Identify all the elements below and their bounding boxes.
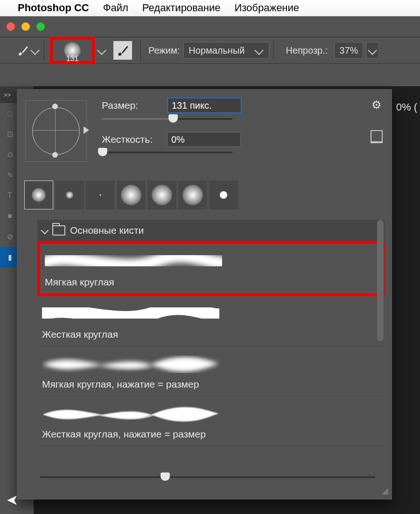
- zoom-icon[interactable]: [36, 22, 45, 31]
- brush-stroke-preview: [42, 301, 380, 326]
- blend-mode-select[interactable]: Нормальный: [183, 42, 269, 59]
- brush-stroke-preview: [45, 249, 377, 274]
- brush-item[interactable]: Жесткая круглая: [37, 296, 385, 346]
- slider-thumb[interactable]: [168, 114, 178, 123]
- hardness-slider[interactable]: [102, 152, 232, 153]
- size-label: Размер:: [102, 100, 167, 111]
- recent-brush[interactable]: [117, 181, 146, 209]
- gear-icon[interactable]: ⚙: [371, 98, 382, 111]
- chevron-down-icon[interactable]: [97, 46, 106, 55]
- blend-mode-value: Нормальный: [189, 45, 245, 56]
- brush-item-label: Мягкая круглая: [45, 277, 377, 288]
- brush-item-label: Жесткая круглая: [42, 329, 380, 340]
- hardness-input[interactable]: [167, 132, 241, 147]
- brush-panel-toggle[interactable]: [113, 41, 132, 60]
- brush-item[interactable]: Мягкая круглая: [37, 241, 385, 296]
- recent-brush[interactable]: [55, 181, 84, 209]
- brush-item-label: Мягкая круглая, нажатие = размер: [42, 379, 380, 390]
- recent-brushes: [24, 181, 385, 209]
- recent-brush[interactable]: [24, 181, 53, 209]
- divider: [273, 40, 273, 61]
- hardness-label: Жесткость:: [102, 134, 167, 145]
- brush-item-label: Жесткая круглая, нажатие = размер: [42, 429, 380, 440]
- divider: [140, 40, 141, 61]
- tool-options-bar: 131 Режим: Нормальный Непрозр.: 37%: [0, 37, 420, 64]
- brush-item[interactable]: Мягкая круглая, нажатие = размер: [37, 346, 385, 396]
- opacity-value[interactable]: 37%: [334, 42, 363, 59]
- opacity-chevron[interactable]: [366, 42, 379, 59]
- brush-size-number: 131: [53, 55, 92, 63]
- brush-list: Основные кисти Мягкая круглая Жесткая кр…: [37, 220, 385, 462]
- resize-handle-icon[interactable]: ◢: [382, 486, 388, 496]
- brush-folder-header[interactable]: Основные кисти: [37, 220, 385, 241]
- brush-stroke-preview: [42, 351, 380, 376]
- minimize-icon[interactable]: [21, 22, 30, 31]
- cursor-icon: ➤: [7, 492, 18, 508]
- brush-item[interactable]: Жесткая круглая, нажатие = размер: [37, 396, 385, 446]
- slider-thumb[interactable]: [98, 148, 107, 156]
- preview-size-slider[interactable]: [40, 476, 375, 478]
- chevron-down-icon[interactable]: [30, 46, 40, 55]
- size-input[interactable]: [167, 97, 242, 113]
- folder-label: Основные кисти: [70, 225, 144, 236]
- folder-icon: [52, 225, 65, 236]
- menu-image[interactable]: Изображение: [234, 2, 299, 14]
- brush-tool-icon[interactable]: [17, 44, 29, 56]
- window-titlebar: [0, 16, 420, 37]
- divider: [44, 40, 44, 61]
- chevron-down-icon: [41, 227, 49, 235]
- recent-brush[interactable]: [147, 181, 176, 209]
- macos-menubar: Photoshop CC Файл Редактирование Изображ…: [0, 0, 420, 16]
- brush-preset-panel: Размер: Жесткость: ⚙: [17, 89, 392, 500]
- menu-file[interactable]: Файл: [103, 2, 128, 14]
- scrollbar[interactable]: [377, 220, 384, 341]
- recent-brush[interactable]: [178, 181, 207, 209]
- mode-label: Режим:: [148, 45, 180, 56]
- document-zoom-label: 0% (: [396, 101, 417, 113]
- menu-edit[interactable]: Редактирование: [142, 2, 221, 14]
- chevron-down-icon: [255, 46, 264, 55]
- chevron-down-icon: [368, 46, 377, 55]
- close-icon[interactable]: [7, 22, 15, 31]
- app-name[interactable]: Photoshop CC: [18, 2, 89, 14]
- recent-brush[interactable]: [209, 181, 238, 209]
- size-slider[interactable]: [102, 118, 232, 120]
- brush-angle-control[interactable]: [25, 100, 87, 162]
- opacity-label: Непрозр.:: [286, 45, 328, 56]
- brush-stroke-preview: [42, 401, 380, 426]
- new-preset-icon[interactable]: [371, 130, 383, 143]
- recent-brush[interactable]: [86, 181, 115, 209]
- app-window: 131 Режим: Нормальный Непрозр.: 37% >> 0…: [0, 16, 420, 514]
- slider-thumb[interactable]: [161, 472, 170, 481]
- window-controls: [7, 22, 45, 31]
- brush-preset-picker[interactable]: 131: [50, 37, 95, 64]
